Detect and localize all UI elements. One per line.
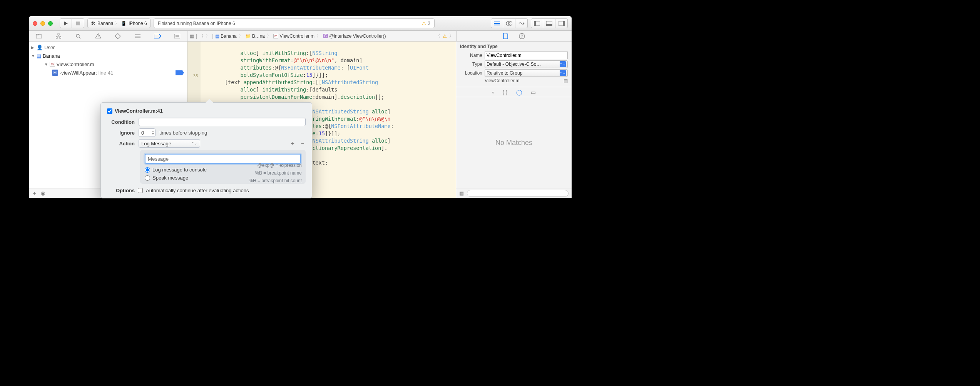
jump-bar[interactable]: ▦ | 〈 〉 | ▤Banana 〉 📁B…na 〉 mViewControl… [187,31,456,41]
related-items-icon[interactable]: ▦ [190,33,194,39]
xcode-app-icon: 🛠 [91,21,95,26]
identity-type-section: Identity and Type Name Type Default - Ob… [456,42,572,87]
activity-view: Finished running Banana on iPhone 6 ⚠ 2 [154,18,435,28]
close-button[interactable] [33,21,37,26]
objc-file-icon: m [50,62,55,67]
minimize-button[interactable] [40,21,45,26]
disclosure-triangle-icon[interactable]: ▼ [31,54,35,58]
library-filter-bar: ▦ [456,188,572,198]
filter-scope-button[interactable]: ◉ [41,190,45,196]
scheme-selector[interactable]: 🛠 Banana 〉 📱 iPhone 6 [87,18,151,28]
report-navigator-tab[interactable] [174,33,181,40]
hierarchy-icon [56,33,61,39]
reveal-folder-icon[interactable]: ▤ [564,78,568,83]
type-select[interactable]: Default - Objective-C So… ⌃⌄ [485,60,568,68]
debug-navigator-tab[interactable] [134,33,141,40]
svg-rect-11 [546,24,552,26]
search-icon [75,33,81,39]
warning-icon: ⚠ [443,33,447,39]
assistant-editor-button[interactable] [503,18,515,28]
version-editor-button[interactable] [515,18,528,28]
crumb-project[interactable]: ▤Banana [215,33,236,39]
assistant-editor-icon [506,21,512,26]
add-action-button[interactable]: ＋ [289,140,296,148]
toggle-navigator-button[interactable] [531,18,543,28]
add-button[interactable]: ＋ [32,190,37,197]
issue-navigator-tab[interactable] [95,33,102,40]
file-template-tab[interactable]: ▫ [492,89,494,95]
tree-row-breakpoint[interactable]: M -viewWillAppear: line 41 [29,68,187,77]
library-panel: ▫ { } ◯ ▭ No Matches ▦ [456,87,572,198]
file-inspector-tab[interactable] [503,33,508,39]
gauge-icon [135,34,140,38]
warning-icon: ⚠ [422,21,426,26]
svg-marker-31 [154,34,161,38]
ignore-label: Ignore [107,130,135,136]
tree-row-project[interactable]: ▼ ▤ Banana [29,52,187,60]
name-field[interactable] [485,52,568,59]
chevron-updown-icon: ⌃⌄ [191,141,197,145]
media-library-tab[interactable]: ▭ [531,89,536,95]
svg-rect-16 [58,33,59,35]
run-button[interactable] [60,18,72,28]
symbol-navigator-tab[interactable] [55,33,62,40]
jump-next-issue[interactable]: 〉 [449,33,454,39]
zoom-button[interactable] [48,21,53,26]
type-label: Type [460,62,482,67]
nav-forward-button[interactable]: 〉 [206,33,210,39]
project-navigator-tab[interactable] [35,33,42,40]
breakpoint-marker-icon[interactable] [176,70,184,75]
action-label: Action [107,141,135,146]
condition-field[interactable] [139,118,306,126]
panel-toggle-group [531,18,568,28]
project-icon: ▤ [37,53,41,59]
no-matches-label: No Matches [456,97,572,188]
scheme-project: Banana [97,21,113,26]
library-tabs: ▫ { } ◯ ▭ [456,87,572,97]
nav-back-button[interactable]: 〈 [199,33,204,39]
disclosure-triangle-icon[interactable]: ▼ [44,62,48,67]
quick-help-tab[interactable]: ? [519,33,525,39]
find-navigator-tab[interactable] [75,33,82,40]
breakpoint-enabled-checkbox[interactable] [107,108,112,114]
tree-row-file[interactable]: ▼ m ViewController.m [29,60,187,68]
issue-indicator[interactable]: ⚠ 2 [422,21,430,26]
toggle-utilities-button[interactable] [555,18,568,28]
action-select[interactable]: Log Message ⌃⌄ [139,139,200,148]
test-navigator-tab[interactable] [114,33,121,40]
toggle-debug-button[interactable] [543,18,555,28]
object-library-tab[interactable]: ◯ [516,89,522,95]
breakpoint-navigator-tab[interactable] [154,33,161,40]
play-icon [64,21,68,26]
user-label: User [44,45,55,50]
gutter-line-number: 35 [187,72,198,80]
location-select[interactable]: Relative to Group ⌃⌄ [485,69,568,77]
code-snippet-tab[interactable]: { } [502,89,507,95]
version-editor-icon [518,21,525,26]
standard-editor-icon [494,21,500,26]
section-title: Identity and Type [460,44,568,49]
crumb-symbol[interactable]: C@interface ViewController() [323,33,386,39]
svg-text:?: ? [521,34,523,38]
tree-row-user[interactable]: ▶ 👤 User [29,43,187,52]
crumb-folder[interactable]: 📁B…na [245,33,265,39]
auto-continue-label: Automatically continue after evaluating … [146,188,249,193]
auto-continue-checkbox[interactable] [138,188,143,193]
chevron-right-icon: 〉 [115,21,119,26]
svg-marker-27 [115,33,120,39]
library-search-field[interactable] [467,190,569,197]
svg-rect-9 [534,21,536,26]
disclosure-triangle-icon[interactable]: ▶ [31,45,35,50]
run-stop-group [60,18,84,28]
log-icon [174,34,180,38]
svg-rect-17 [56,37,57,38]
ignore-stepper[interactable]: 0 ▲▼ [139,128,156,137]
stepper-arrows-icon[interactable]: ▲▼ [152,130,154,135]
crumb-file[interactable]: mViewController.m [273,33,314,39]
left-panel-icon [534,21,540,26]
stop-button[interactable] [72,18,84,28]
standard-editor-button[interactable] [491,18,503,28]
jump-prev-issue[interactable]: 〈 [436,33,440,39]
grid-view-icon[interactable]: ▦ [459,190,464,196]
remove-action-button[interactable]: － [299,140,306,148]
